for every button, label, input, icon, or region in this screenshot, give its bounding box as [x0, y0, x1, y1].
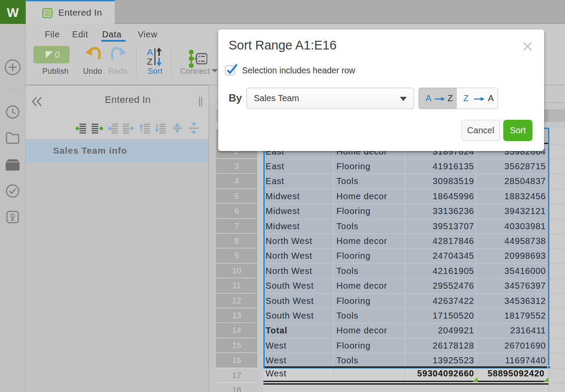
svg-text:Z: Z [147, 56, 153, 66]
svg-text:A: A [147, 47, 153, 57]
